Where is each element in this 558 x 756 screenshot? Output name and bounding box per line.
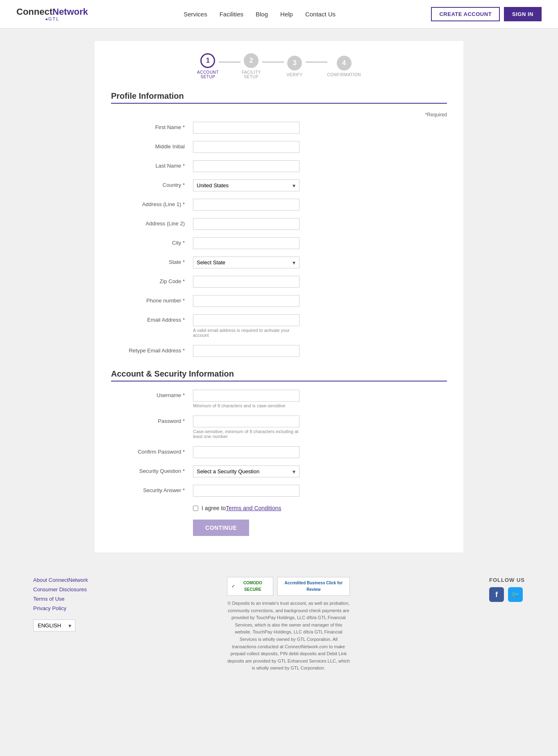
security-answer-label: Security Answer * (111, 485, 193, 493)
zip-label: Zip Code * (111, 276, 193, 284)
address2-input[interactable] (193, 218, 299, 230)
country-select[interactable]: United States Canada Mexico (193, 179, 299, 191)
footer-left: About ConnectNetwork Consumer Disclosure… (33, 577, 88, 631)
footer: About ConnectNetwork Consumer Disclosure… (0, 565, 558, 684)
state-label: State * (111, 257, 193, 265)
footer-follow: FOLLOW US f 🐦 (489, 577, 525, 602)
main-nav: Services Facilities Blog Help Contact Us (184, 11, 336, 18)
security-question-label: Security Question * (111, 465, 193, 474)
confirm-password-label: Confirm Password * (111, 446, 193, 455)
footer-link-about[interactable]: About ConnectNetwork (33, 577, 88, 583)
nav-help[interactable]: Help (280, 11, 293, 18)
step-connector-3 (306, 61, 327, 63)
retype-email-input[interactable] (193, 345, 299, 357)
nav-facilities[interactable]: Facilities (220, 11, 243, 18)
terms-checkbox[interactable] (193, 506, 198, 511)
step-connector-1 (219, 61, 240, 63)
zip-field (193, 276, 299, 288)
address1-input[interactable] (193, 199, 299, 211)
phone-row: Phone number * (111, 295, 447, 307)
step-4: 4 CONFIRMATION (327, 56, 361, 77)
language-select[interactable]: ENGLISH ESPAÑOL (33, 620, 75, 631)
nav-services[interactable]: Services (184, 11, 207, 18)
twitter-icon[interactable]: 🐦 (508, 587, 523, 602)
country-select-wrapper: United States Canada Mexico (193, 179, 299, 191)
step-3-circle: 3 (287, 56, 302, 70)
address2-row: Address (Line 2) (111, 218, 447, 230)
follow-us-label: FOLLOW US (489, 577, 525, 583)
step-4-circle: 4 (337, 56, 352, 70)
retype-email-label: Retype Email Address * (111, 345, 193, 354)
email-row: Email Address * A valid email address is… (111, 314, 447, 338)
footer-center: ✓ COMODO SECURE Accredited Business Clic… (227, 577, 350, 672)
password-hint: Case-sensitive, minimum of 8 characters … (193, 429, 299, 439)
city-field (193, 237, 299, 249)
email-input[interactable] (193, 314, 299, 326)
step-connector-2 (262, 61, 284, 63)
footer-copyright: © Deposits to an inmate's trust account,… (227, 600, 350, 672)
security-question-row: Security Question * Select a Security Qu… (111, 465, 447, 477)
security-question-select-wrapper: Select a Security Question What is your … (193, 465, 299, 477)
nav-blog[interactable]: Blog (256, 11, 268, 18)
continue-row: CONTINUE (111, 520, 447, 536)
state-select[interactable]: Select State Alabama Alaska Arizona Cali… (193, 257, 299, 268)
bbb-badge[interactable]: Accredited Business Click for Review (277, 577, 350, 596)
logo-connect: Connect (16, 7, 52, 17)
last-name-field (193, 160, 299, 172)
profile-divider (111, 103, 447, 104)
phone-label: Phone number * (111, 295, 193, 304)
username-row: Username * Minimum of 8 characters and i… (111, 390, 447, 408)
create-account-button[interactable]: CREATE ACCOUNT (431, 7, 500, 21)
footer-link-disclosures[interactable]: Consumer Disclosures (33, 586, 88, 593)
footer-link-privacy[interactable]: Privacy Policy (33, 605, 88, 611)
account-title: Account & Security Information (111, 369, 447, 379)
middle-initial-input[interactable] (193, 141, 299, 153)
comodo-text: COMODO SECURE (237, 580, 268, 593)
steps: 1 ACCOUNT SETUP 2 FACILITY SETUP 3 VERIF… (197, 53, 361, 79)
security-answer-field (193, 485, 299, 497)
security-question-field: Select a Security Question What is your … (193, 465, 299, 477)
first-name-input[interactable] (193, 122, 299, 134)
password-label: Password * (111, 415, 193, 424)
password-input[interactable] (193, 415, 299, 427)
terms-link[interactable]: Terms and Conditions (226, 505, 281, 511)
step-1: 1 ACCOUNT SETUP (197, 53, 219, 79)
security-question-select[interactable]: Select a Security Question What is your … (193, 465, 299, 477)
steps-container: 1 ACCOUNT SETUP 2 FACILITY SETUP 3 VERIF… (111, 53, 447, 79)
account-section: Account & Security Information Username … (111, 369, 447, 536)
password-row: Password * Case-sensitive, minimum of 8 … (111, 415, 447, 439)
step-1-label: ACCOUNT SETUP (197, 70, 219, 79)
phone-input[interactable] (193, 295, 299, 307)
country-field: United States Canada Mexico (193, 179, 299, 191)
confirm-password-field (193, 446, 299, 458)
email-field: A valid email address is required to act… (193, 314, 299, 338)
security-answer-input[interactable] (193, 485, 299, 497)
username-input[interactable] (193, 390, 299, 402)
nav-contact[interactable]: Contact Us (305, 11, 336, 18)
last-name-label: Last Name * (111, 160, 193, 169)
city-input[interactable] (193, 237, 299, 249)
city-row: City * (111, 237, 447, 249)
continue-button[interactable]: CONTINUE (193, 520, 249, 536)
username-field: Minimum of 8 characters and is case-sens… (193, 390, 299, 408)
last-name-row: Last Name * (111, 160, 447, 172)
address1-label: Address (Line 1) * (111, 199, 193, 207)
city-label: City * (111, 237, 193, 246)
confirm-password-input[interactable] (193, 446, 299, 458)
comodo-badge: ✓ COMODO SECURE (227, 577, 273, 596)
zip-input[interactable] (193, 276, 299, 288)
state-select-wrapper: Select State Alabama Alaska Arizona Cali… (193, 257, 299, 268)
sign-in-button[interactable]: SIGN IN (504, 7, 542, 21)
step-2: 2 FACILITY SETUP (240, 53, 262, 79)
footer-link-terms[interactable]: Terms of Use (33, 596, 88, 602)
last-name-input[interactable] (193, 160, 299, 172)
facebook-icon[interactable]: f (489, 587, 504, 602)
bbb-text: Accredited Business Click for Review (282, 580, 346, 593)
middle-initial-field (193, 141, 299, 153)
middle-initial-label: Middle Initial (111, 141, 193, 150)
profile-title: Profile Information (111, 91, 447, 101)
middle-initial-row: Middle Initial (111, 141, 447, 153)
address2-field (193, 218, 299, 230)
step-2-circle: 2 (244, 53, 259, 68)
retype-email-row: Retype Email Address * (111, 345, 447, 357)
